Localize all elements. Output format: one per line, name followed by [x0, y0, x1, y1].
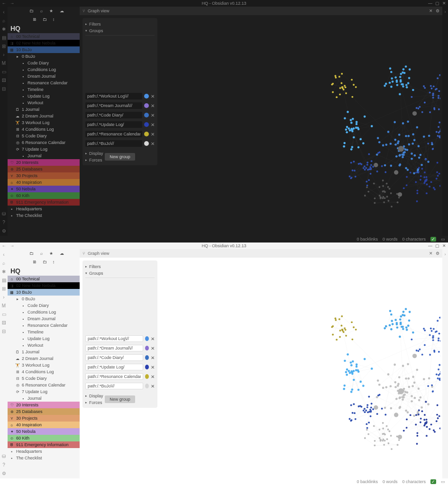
expand-right-icon[interactable]: ›: [445, 252, 446, 257]
tree-item[interactable]: ☺60 Kith: [8, 192, 80, 199]
close-view-icon[interactable]: ✕: [429, 9, 433, 13]
starred-tab-icon[interactable]: ★: [49, 251, 53, 256]
sort-icon[interactable]: ↕: [53, 260, 55, 264]
tree-item[interactable]: ⊛25 Databases: [8, 166, 80, 172]
remove-group-icon[interactable]: ✕: [151, 141, 155, 146]
tree-item[interactable]: ▸0 BuJo: [8, 296, 80, 302]
tree-item[interactable]: ✦50 Nebula: [8, 186, 80, 192]
remove-group-icon[interactable]: ✕: [151, 355, 155, 360]
tree-item[interactable]: ☼40 Inspiration: [8, 179, 80, 186]
tree-item[interactable]: •Dream Journal: [8, 315, 80, 322]
remove-group-icon[interactable]: ✕: [151, 122, 155, 127]
tree-item[interactable]: •Update Log: [8, 335, 80, 342]
graph-icon[interactable]: ✱: [1, 27, 6, 31]
tree-item[interactable]: •Conditions Log: [8, 66, 80, 73]
sync-tab-icon[interactable]: ☁: [60, 9, 64, 13]
markdown-icon[interactable]: M: [1, 61, 6, 65]
tree-item[interactable]: ⊞4 Conditions Log: [8, 126, 80, 133]
tree-item[interactable]: ☁2 Dream Journal: [8, 355, 80, 362]
tree-item[interactable]: •Update Log: [8, 93, 80, 99]
collapse-icon[interactable]: ‹: [1, 252, 6, 257]
group-query-input[interactable]: [85, 383, 143, 389]
template-icon[interactable]: ⊞: [1, 44, 6, 48]
forces-section[interactable]: ▸Forces: [85, 399, 155, 406]
graph-canvas-light[interactable]: [160, 259, 440, 472]
tree-item[interactable]: ⟳7 Update Log: [8, 146, 80, 153]
vault-icon[interactable]: ⛁: [1, 454, 6, 458]
starred-tab-icon[interactable]: ★: [49, 9, 53, 13]
tree-item[interactable]: ♡20 Interests: [8, 159, 80, 166]
help-icon[interactable]: ?: [1, 462, 6, 467]
editor-mode-icon[interactable]: ▭: [441, 479, 445, 484]
settings-icon[interactable]: ⚙: [1, 228, 6, 233]
editor-mode-icon[interactable]: ▭: [441, 237, 445, 242]
close-icon[interactable]: ✕: [442, 243, 446, 248]
settings-icon[interactable]: ⚙: [1, 471, 6, 476]
remove-group-icon[interactable]: ✕: [151, 113, 155, 118]
tree-item[interactable]: ⊟5 Code Diary: [8, 375, 80, 382]
view-settings-icon[interactable]: ⚙: [436, 251, 439, 256]
minimize-icon[interactable]: —: [428, 243, 432, 248]
remove-group-icon[interactable]: ✕: [151, 336, 155, 341]
tree-item[interactable]: •Resonance Calendar: [8, 80, 80, 86]
group-query-input[interactable]: [85, 93, 142, 99]
spellcheck-icon[interactable]: ✓: [430, 237, 436, 242]
display-section[interactable]: ▸Display: [85, 150, 155, 157]
search-tab-icon[interactable]: ⌕: [40, 9, 43, 13]
tree-item[interactable]: ▪Headquarters: [8, 448, 80, 455]
group-query-input[interactable]: [85, 345, 143, 351]
remove-group-icon[interactable]: ✕: [151, 374, 155, 379]
sync-tab-icon[interactable]: ☁: [60, 251, 64, 256]
workspace-icon[interactable]: ⊟: [1, 329, 6, 333]
group-color-swatch[interactable]: [145, 374, 149, 379]
new-note-icon[interactable]: 🗎: [33, 260, 37, 264]
tree-item[interactable]: ⌂00 Technical: [8, 276, 80, 282]
tree-item[interactable]: 🏋3 Workout Log: [8, 119, 80, 126]
filters-section[interactable]: ▸Filters: [85, 263, 155, 270]
graph-canvas-dark[interactable]: [160, 16, 440, 229]
group-color-swatch[interactable]: [144, 122, 149, 127]
group-query-input[interactable]: [85, 140, 142, 147]
tree-item[interactable]: •Workout: [8, 342, 80, 349]
group-query-input[interactable]: [85, 354, 143, 361]
tree-item[interactable]: ⌂00 Technical: [8, 33, 80, 40]
remove-group-icon[interactable]: ✕: [151, 346, 155, 351]
graph-icon[interactable]: ✱: [1, 269, 6, 274]
tree-item[interactable]: 🗒1 Journal: [8, 106, 80, 113]
tree-item[interactable]: ▪The Checklist: [8, 212, 80, 219]
markdown-icon[interactable]: M: [1, 303, 6, 308]
back-icon[interactable]: ←: [2, 1, 6, 6]
tree-item[interactable]: ◨02 New Note Nebula: [8, 282, 80, 289]
remove-group-icon[interactable]: ✕: [151, 94, 155, 99]
groups-section[interactable]: ▾Groups: [85, 270, 155, 277]
tree-item[interactable]: ⛨911 Emergency Information: [8, 199, 80, 206]
tree-item[interactable]: •Journal: [8, 153, 80, 159]
remove-group-icon[interactable]: ✕: [151, 365, 155, 370]
group-query-input[interactable]: [85, 102, 142, 109]
search-tab-icon[interactable]: ⌕: [40, 251, 43, 256]
new-note-icon[interactable]: 🗎: [33, 17, 37, 22]
slides-icon[interactable]: ▭: [1, 312, 6, 316]
group-color-swatch[interactable]: [144, 141, 149, 146]
tree-item[interactable]: •Dream Journal: [8, 73, 80, 80]
groups-section[interactable]: ▾Groups: [85, 27, 155, 34]
files-tab-icon[interactable]: 🗀: [29, 251, 34, 256]
display-section[interactable]: ▸Display: [85, 393, 155, 399]
tree-item[interactable]: ▸0 BuJo: [8, 53, 80, 60]
random-icon[interactable]: ⚄: [1, 78, 6, 82]
tree-item[interactable]: ▪The Checklist: [8, 455, 80, 461]
forward-icon[interactable]: →: [10, 243, 14, 248]
command-icon[interactable]: ›: [1, 52, 6, 57]
tree-item[interactable]: ☼40 Inspiration: [8, 422, 80, 428]
tree-item[interactable]: ▦10 BuJo: [8, 289, 80, 296]
tree-item[interactable]: •Workout: [8, 99, 80, 106]
forward-icon[interactable]: →: [10, 1, 14, 6]
group-color-swatch[interactable]: [145, 365, 149, 369]
sort-icon[interactable]: ↕: [53, 17, 55, 22]
tree-item[interactable]: ⊞4 Conditions Log: [8, 368, 80, 375]
tree-item[interactable]: ♡20 Interests: [8, 402, 80, 408]
group-query-input[interactable]: [85, 121, 142, 128]
expand-right-icon[interactable]: ›: [445, 9, 446, 14]
close-view-icon[interactable]: ✕: [429, 251, 433, 256]
workspace-icon[interactable]: ⊟: [1, 86, 6, 91]
